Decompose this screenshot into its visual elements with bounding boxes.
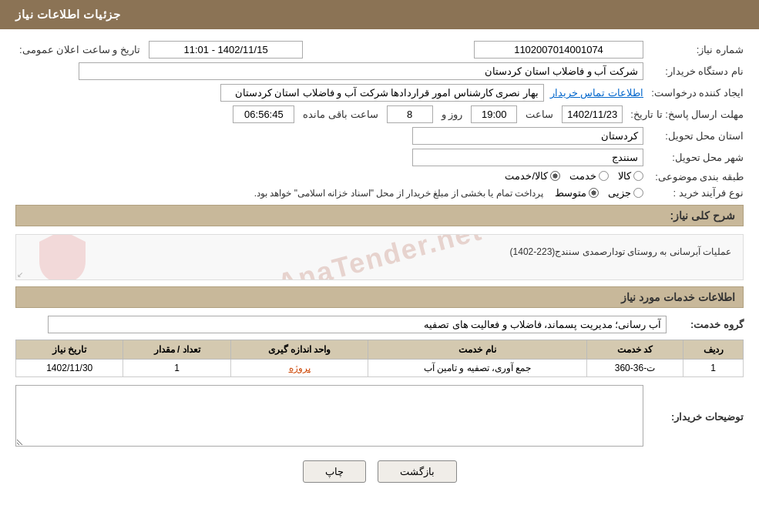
- answer-days-box: 8: [387, 105, 433, 123]
- process-radio-motevaset[interactable]: [589, 188, 599, 198]
- delivery-city-row: شهر محل تحویل: سنندج: [15, 149, 744, 166]
- buyer-org-label: نام دستگاه خریدار:: [643, 65, 744, 77]
- need-desc-section-title: شرح کلی نیاز:: [15, 205, 744, 226]
- need-number-label: شماره نیاز:: [643, 44, 744, 55]
- services-section-title: اطلاعات خدمات مورد نیاز: [15, 286, 744, 308]
- col-date: تاریخ نیاز: [16, 340, 123, 360]
- col-code: کد خدمت: [586, 340, 683, 360]
- process-type-row: نوع فرآیند خرید : جزیی متوسط پرداخت تمام…: [15, 187, 744, 199]
- process-type-label: نوع فرآیند خرید :: [643, 187, 744, 199]
- col-qty: تعداد / مقدار: [123, 340, 230, 360]
- answer-days-label: روز و: [442, 109, 463, 120]
- buyer-org-box: شرکت آب و فاضلاب استان کردستان: [79, 62, 644, 80]
- creator-label: ایجاد کننده درخواست:: [643, 87, 744, 99]
- category-value: کالا خدمت کالا/خدمت: [15, 170, 643, 183]
- need-desc-watermark-area: AnaTender.net عملیات آبرسانی به روستای ت…: [15, 234, 744, 280]
- watermark-shield-icon: [39, 234, 86, 280]
- cell-name: جمع آوری، تصفیه و تامین آب: [368, 360, 586, 377]
- service-group-row: گروه خدمت: آب رسانی؛ مدیریت پسماند، فاضل…: [15, 316, 744, 333]
- page-title: جزئیات اطلاعات نیاز: [15, 8, 120, 21]
- answer-time-box: 19:00: [471, 105, 517, 123]
- cell-qty: 1: [123, 360, 230, 377]
- print-button[interactable]: چاپ: [303, 460, 366, 483]
- back-button[interactable]: بازگشت: [378, 460, 457, 483]
- delivery-city-box: سنندج: [412, 149, 643, 166]
- services-table-header-row: ردیف کد خدمت نام خدمت واحد اندازه گیری ت…: [16, 340, 744, 360]
- cell-code: ت-36-360: [586, 360, 683, 377]
- main-content: شماره نیاز: 1102007014001074 1402/11/15 …: [0, 29, 759, 510]
- answer-time-label: ساعت: [526, 109, 553, 120]
- delivery-province-row: استان محل تحویل: کردستان: [15, 127, 744, 145]
- col-name: نام خدمت: [368, 340, 586, 360]
- announce-date-label: تاریخ و ساعت اعلان عمومی:: [19, 44, 140, 55]
- process-type-note: پرداخت تمام یا بخشی از مبلغ خریدار از مح…: [254, 188, 543, 199]
- remain-time-box: 06:56:45: [233, 105, 294, 123]
- need-number-box: 1102007014001074: [474, 41, 643, 59]
- need-desc-text: عملیات آبرسانی به روستای تودارصمدی سنندج…: [28, 246, 731, 257]
- process-option-motevaset[interactable]: متوسط: [555, 187, 599, 199]
- category-radio-kala[interactable]: [633, 171, 643, 181]
- table-row: 1ت-36-360جمع آوری، تصفیه و تامین آبپروژه…: [16, 360, 744, 377]
- announce-date-box: 1402/11/15 - 11:01: [149, 41, 303, 59]
- buyer-notes-textarea[interactable]: [15, 385, 643, 447]
- buyer-org-value: شرکت آب و فاضلاب استان کردستان: [15, 62, 643, 80]
- process-label-jozi: جزیی: [608, 187, 631, 199]
- delivery-city-value: سنندج: [15, 149, 643, 166]
- services-section: اطلاعات خدمات مورد نیاز: [15, 286, 744, 308]
- buyer-notes-row: توضیحات خریدار:: [15, 385, 744, 449]
- cell-date: 1402/11/30: [16, 360, 123, 377]
- services-table: ردیف کد خدمت نام خدمت واحد اندازه گیری ت…: [15, 340, 744, 377]
- category-radio-group: کالا خدمت کالا/خدمت: [505, 170, 643, 182]
- category-label-kala-khedmat: کالا/خدمت: [505, 170, 548, 182]
- buyer-notes-section: توضیحات خریدار:: [15, 385, 744, 449]
- process-radio-group: جزیی متوسط: [555, 187, 643, 199]
- delivery-province-value: کردستان: [15, 127, 643, 145]
- answer-date-box: 1402/11/23: [562, 105, 623, 123]
- category-label-khedmat: خدمت: [569, 170, 596, 182]
- answer-deadline-row: مهلت ارسال پاسخ: تا تاریخ: 1402/11/23 سا…: [15, 105, 744, 123]
- service-group-box: آب رسانی؛ مدیریت پسماند، فاضلاب و فعالیت…: [48, 316, 667, 333]
- category-label-kala: کالا: [618, 170, 631, 182]
- creator-row: ایجاد کننده درخواست: اطلاعات تماس خریدار…: [15, 84, 744, 102]
- service-group-value: آب رسانی؛ مدیریت پسماند، فاضلاب و فعالیت…: [15, 316, 667, 333]
- col-row: ردیف: [683, 340, 744, 360]
- need-number-row: شماره نیاز: 1102007014001074 1402/11/15 …: [15, 41, 744, 59]
- answer-deadline-label: مهلت ارسال پاسخ: تا تاریخ:: [623, 109, 744, 120]
- category-label: طبقه بندی موضوعی:: [643, 171, 744, 182]
- process-type-value: جزیی متوسط پرداخت تمام یا بخشی از مبلغ خ…: [15, 187, 643, 199]
- category-radio-kala-khedmat[interactable]: [550, 171, 560, 181]
- delivery-province-box: کردستان: [412, 127, 643, 145]
- buyer-notes-value: [15, 385, 643, 449]
- delivery-province-label: استان محل تحویل:: [643, 130, 744, 142]
- category-option-kala-khedmat[interactable]: کالا/خدمت: [505, 170, 560, 182]
- page-wrapper: جزئیات اطلاعات نیاز شماره نیاز: 11020070…: [0, 0, 759, 532]
- watermark-text: AnaTender.net: [274, 234, 485, 280]
- process-radio-jozi[interactable]: [633, 188, 643, 198]
- remain-time-label: ساعت باقی مانده: [303, 109, 378, 120]
- cell-unit: پروژه: [230, 360, 368, 377]
- buyer-notes-label: توضیحات خریدار:: [643, 411, 744, 423]
- answer-deadline-value: 1402/11/23 ساعت 19:00 روز و 8 ساعت باقی …: [15, 105, 623, 123]
- need-desc-separator: شرح کلی نیاز: AnaTender.net عملیات آبرسا…: [15, 205, 744, 280]
- category-option-khedmat[interactable]: خدمت: [569, 170, 609, 182]
- category-radio-khedmat[interactable]: [599, 171, 609, 181]
- category-row: طبقه بندی موضوعی: کالا خدمت کالا/خدمت: [15, 170, 744, 183]
- process-option-jozi[interactable]: جزیی: [608, 187, 643, 199]
- cell-row: 1: [683, 360, 744, 377]
- need-desc-area: AnaTender.net عملیات آبرسانی به روستای ت…: [15, 234, 744, 280]
- creator-contact-link[interactable]: اطلاعات تماس خریدار: [550, 87, 643, 99]
- category-option-kala[interactable]: کالا: [618, 170, 643, 182]
- service-group-label: گروه خدمت:: [667, 319, 744, 330]
- creator-value: اطلاعات تماس خریدار بهار نصری کارشناس ام…: [15, 84, 643, 102]
- creator-box: بهار نصری کارشناس امور قراردادها شرکت آب…: [220, 84, 544, 102]
- need-number-value: 1102007014001074 1402/11/15 - 11:01 تاری…: [15, 41, 643, 59]
- col-unit: واحد اندازه گیری: [230, 340, 368, 360]
- delivery-city-label: شهر محل تحویل:: [643, 152, 744, 163]
- process-label-motevaset: متوسط: [555, 187, 586, 199]
- buyer-org-row: نام دستگاه خریدار: شرکت آب و فاضلاب استا…: [15, 62, 744, 80]
- buttons-row: بازگشت چاپ: [15, 460, 744, 498]
- page-header: جزئیات اطلاعات نیاز: [0, 0, 759, 29]
